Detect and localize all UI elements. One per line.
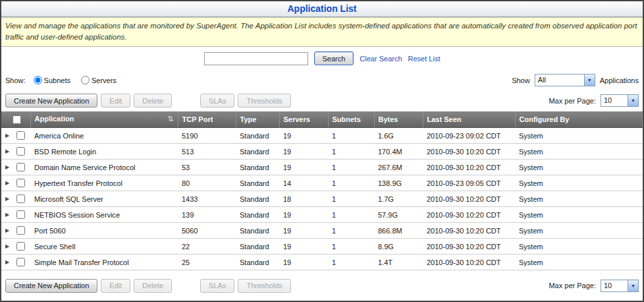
row-checkbox[interactable] bbox=[16, 195, 25, 203]
expand-arrow-icon[interactable]: ▶ bbox=[5, 133, 14, 138]
cell-tcp-port: 513 bbox=[178, 144, 236, 160]
cell-subnets: 1 bbox=[328, 175, 374, 191]
expand-arrow-icon[interactable]: ▶ bbox=[5, 164, 14, 170]
column-header-servers: Servers bbox=[279, 111, 328, 128]
reset-list-link[interactable]: Reset List bbox=[408, 55, 441, 63]
show-subnets-option: Subnets bbox=[34, 76, 70, 84]
row-checkbox[interactable] bbox=[16, 210, 25, 219]
cell-configured-by: System bbox=[515, 239, 643, 255]
cell-tcp-port: 22 bbox=[178, 239, 236, 255]
sort-icon[interactable]: ⇅ bbox=[167, 115, 173, 123]
show-filter-select[interactable]: All ▼ bbox=[535, 74, 595, 86]
cell-bytes: 1.7G bbox=[374, 191, 423, 207]
column-header-bytes: Bytes bbox=[374, 111, 423, 128]
cell-servers: 19 bbox=[279, 144, 328, 160]
cell-bytes: 57.9G bbox=[374, 207, 423, 223]
search-button[interactable]: Search bbox=[314, 51, 354, 65]
cell-servers: 19 bbox=[279, 128, 328, 144]
cell-tcp-port: 53 bbox=[178, 160, 236, 175]
cell-application: Hypertext Transfer Protocol bbox=[30, 175, 178, 191]
toolbar-bottom: Create New Application Edit Delete SLAs … bbox=[1, 275, 643, 296]
edit-button[interactable]: Edit bbox=[101, 94, 130, 107]
show-filter-select-value: All bbox=[535, 75, 584, 86]
servers-radio[interactable] bbox=[81, 76, 90, 84]
row-checkbox[interactable] bbox=[16, 258, 25, 266]
table-row: ▶ Hypertext Transfer Protocol 80 Standar… bbox=[1, 175, 643, 191]
column-header-configured-by: Configured By bbox=[515, 111, 643, 128]
row-checkbox[interactable] bbox=[16, 147, 25, 156]
cell-last-seen: 2010-09-23 09:02 CDT bbox=[423, 128, 515, 144]
row-select-cell: ▶ bbox=[1, 255, 30, 270]
applications-table: Application ⇅ TCP Port Type Servers Subn… bbox=[1, 111, 643, 271]
row-select-cell: ▶ bbox=[1, 160, 30, 175]
cell-type: Standard bbox=[236, 175, 279, 191]
expand-arrow-icon[interactable]: ▶ bbox=[5, 180, 14, 186]
delete-button-bottom[interactable]: Delete bbox=[134, 279, 172, 293]
max-per-page-select-bottom[interactable]: 10 ▼ bbox=[601, 280, 639, 292]
cell-configured-by: System bbox=[515, 223, 643, 239]
row-select-cell: ▶ bbox=[1, 128, 30, 144]
table-row: ▶ Domain Name Service Protocol 53 Standa… bbox=[1, 160, 643, 175]
servers-radio-label: Servers bbox=[92, 76, 117, 84]
cell-tcp-port: 5190 bbox=[178, 128, 236, 144]
cell-configured-by: System bbox=[515, 255, 643, 270]
table-row: ▶ Port 5060 5060 Standard 19 1 866.8M 20… bbox=[1, 223, 643, 239]
select-all-checkbox[interactable] bbox=[13, 115, 21, 124]
cell-last-seen: 2010-09-30 10:20 CDT bbox=[423, 191, 515, 207]
cell-type: Standard bbox=[236, 191, 279, 207]
max-per-page-select-top[interactable]: 10 ▼ bbox=[601, 94, 639, 107]
column-header-subnets: Subnets bbox=[328, 111, 374, 128]
table-row: ▶ Simple Mail Transfer Protocol 25 Stand… bbox=[1, 255, 643, 270]
cell-subnets: 1 bbox=[328, 223, 374, 239]
expand-arrow-icon[interactable]: ▶ bbox=[5, 212, 14, 218]
thresholds-button[interactable]: Thresholds bbox=[238, 94, 290, 107]
max-per-page-label: Max per Page: bbox=[549, 97, 596, 105]
cell-servers: 14 bbox=[279, 175, 328, 191]
column-header-application-label: Application bbox=[35, 115, 74, 123]
column-header-tcp-port: TCP Port bbox=[178, 111, 236, 128]
row-checkbox[interactable] bbox=[16, 242, 25, 251]
delete-button[interactable]: Delete bbox=[134, 94, 172, 107]
show-servers-option: Servers bbox=[81, 76, 117, 84]
column-header-application: Application ⇅ bbox=[30, 111, 178, 128]
row-select-cell: ▶ bbox=[1, 191, 30, 207]
cell-type: Standard bbox=[236, 255, 279, 270]
clear-search-link[interactable]: Clear Search bbox=[360, 55, 402, 63]
cell-application: Domain Name Service Protocol bbox=[30, 160, 178, 175]
cell-type: Standard bbox=[236, 160, 279, 175]
row-checkbox[interactable] bbox=[16, 179, 25, 187]
cell-subnets: 1 bbox=[328, 160, 374, 175]
cell-configured-by: System bbox=[515, 128, 643, 144]
cell-application: Secure Shell bbox=[30, 239, 178, 255]
cell-bytes: 170.4M bbox=[374, 144, 423, 160]
expand-arrow-icon[interactable]: ▶ bbox=[5, 148, 14, 154]
slas-button[interactable]: SLAs bbox=[200, 94, 234, 107]
cell-application: NETBIOS Session Service bbox=[30, 207, 178, 223]
cell-application: America Online bbox=[30, 128, 178, 144]
row-checkbox[interactable] bbox=[16, 131, 25, 140]
cell-last-seen: 2010-09-30 10:20 CDT bbox=[423, 255, 515, 270]
search-input[interactable] bbox=[204, 52, 308, 65]
info-banner: View and manage the applications that ar… bbox=[1, 17, 643, 47]
thresholds-button-bottom[interactable]: Thresholds bbox=[238, 279, 290, 293]
create-new-application-button[interactable]: Create New Application bbox=[5, 94, 97, 107]
edit-button-bottom[interactable]: Edit bbox=[101, 279, 130, 293]
cell-last-seen: 2010-09-23 09:05 CDT bbox=[423, 175, 515, 191]
row-checkbox[interactable] bbox=[16, 226, 25, 235]
slas-button-bottom[interactable]: SLAs bbox=[200, 279, 234, 293]
row-checkbox[interactable] bbox=[16, 163, 25, 171]
cell-type: Standard bbox=[236, 128, 279, 144]
expand-arrow-icon[interactable]: ▶ bbox=[5, 243, 14, 249]
subnets-radio[interactable] bbox=[34, 76, 42, 84]
cell-subnets: 1 bbox=[328, 255, 374, 270]
expand-arrow-icon[interactable]: ▶ bbox=[5, 196, 14, 202]
cell-servers: 18 bbox=[279, 191, 328, 207]
expand-arrow-icon[interactable]: ▶ bbox=[5, 259, 14, 265]
cell-configured-by: System bbox=[515, 191, 643, 207]
cell-tcp-port: 80 bbox=[178, 175, 236, 191]
create-new-application-button-bottom[interactable]: Create New Application bbox=[5, 279, 97, 293]
row-select-cell: ▶ bbox=[1, 144, 30, 160]
max-per-page-value: 10 bbox=[601, 95, 628, 106]
cell-subnets: 1 bbox=[328, 239, 374, 255]
expand-arrow-icon[interactable]: ▶ bbox=[5, 227, 14, 233]
